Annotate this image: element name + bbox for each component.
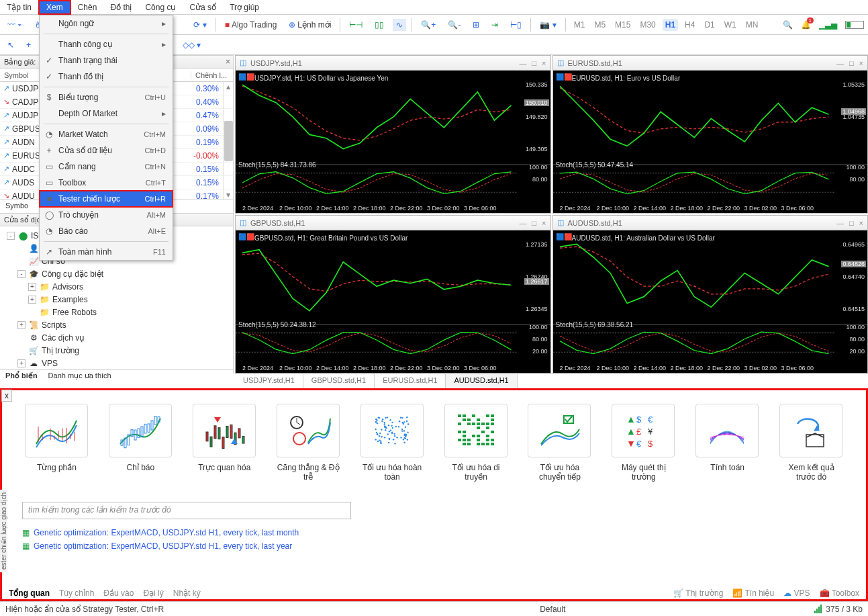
scroll-icon[interactable]: ⇥ xyxy=(488,19,501,31)
nav-item[interactable]: 🛒Thị trường xyxy=(0,344,233,357)
chart-canvas[interactable]: 🟦🟥 EURUSD.std, H1: Euro vs US Dollar 1.0… xyxy=(553,71,868,213)
minimize-icon[interactable]: — xyxy=(519,59,526,67)
market-watch-scrollbar[interactable]: ▴▾ xyxy=(223,82,233,200)
timeframe-M1[interactable]: M1 xyxy=(571,19,588,31)
tester-link[interactable]: 🧰 Toolbox xyxy=(820,588,859,598)
alert-icon[interactable]: 🔔1 xyxy=(801,20,811,30)
maximize-icon[interactable]: □ xyxy=(532,59,536,67)
search-icon[interactable]: 🔍 xyxy=(783,20,793,30)
camera-icon[interactable]: 📷 ▾ xyxy=(536,19,559,31)
nav-item[interactable]: +☁VPS xyxy=(0,357,233,369)
cursor-icon[interactable]: ↖ xyxy=(4,39,17,51)
new-order-button[interactable]: ⊕ Lệnh mới xyxy=(285,19,334,31)
nav-item[interactable]: 📁Free Robots xyxy=(0,306,233,318)
close-icon[interactable]: × xyxy=(542,59,546,67)
minimize-icon[interactable]: — xyxy=(836,59,844,67)
timeframe-D1[interactable]: D1 xyxy=(702,19,717,31)
menu-file[interactable]: Tập tin xyxy=(0,1,38,13)
history-row[interactable]: ▦Genetic optimization: ExpertMACD, USDJP… xyxy=(22,539,846,553)
close-icon[interactable]: × xyxy=(859,59,863,67)
line-icon[interactable]: ∿ xyxy=(393,19,406,31)
menu-help[interactable]: Trợ giúp xyxy=(223,1,266,13)
menu-item-toàn-màn-hình[interactable]: ↗Toàn màn hìnhF11 xyxy=(40,244,173,260)
market-watch-close-icon[interactable]: × xyxy=(226,57,230,67)
signal-icon[interactable]: ▁▃▅ xyxy=(819,20,837,30)
tester-link[interactable]: 📶 Tín hiệu xyxy=(732,588,774,598)
chart-canvas[interactable]: 🟦🟥 USDJPY.std, H1: US Dollar vs Japanese… xyxy=(236,71,550,213)
menu-chart[interactable]: Đồ thị xyxy=(103,1,138,13)
tester-tab[interactable]: Đại lý xyxy=(143,588,163,598)
crosshair-icon[interactable]: + xyxy=(23,39,34,51)
maximize-icon[interactable]: □ xyxy=(849,59,854,67)
nav-item[interactable]: +📁Advisors xyxy=(0,280,233,293)
zoom-out-icon[interactable]: 🔍- xyxy=(444,19,464,31)
menu-item-cẩm-nang[interactable]: ▭Cẩm nangCtrl+N xyxy=(40,159,173,175)
menu-item-toolbox[interactable]: ▭ToolboxCtrl+T xyxy=(40,175,173,191)
timeframe-M30[interactable]: M30 xyxy=(637,19,658,31)
menu-item-báo-cáo[interactable]: ◔Báo cáoAlt+E xyxy=(40,223,173,239)
col-change[interactable]: Chênh l... xyxy=(191,71,231,79)
timeframe-MN[interactable]: MN xyxy=(743,19,761,31)
menu-item-depth-of-market[interactable]: Depth Of Market▸ xyxy=(40,105,173,122)
chart-tab[interactable]: EURUSD.std,H1 xyxy=(375,374,446,388)
menu-view[interactable]: Xem xyxy=(38,0,71,15)
zoom-in-icon[interactable]: 🔍+ xyxy=(418,19,439,31)
chart-tab[interactable]: AUDUSD.std,H1 xyxy=(446,374,517,388)
menu-tools[interactable]: Công cụ xyxy=(138,1,183,13)
menu-item-trò-chuyện[interactable]: ◯Trò chuyệnAlt+M xyxy=(40,207,173,223)
tester-card[interactable]: ▲$€▲£¥▼€$Máy quét thị trường xyxy=(612,404,675,482)
tester-tab[interactable]: Đầu vào xyxy=(103,588,134,598)
close-icon[interactable]: × xyxy=(859,219,863,227)
chart-tab[interactable]: GBPUSD.std,H1 xyxy=(303,374,375,388)
menu-item-thanh-công-cụ[interactable]: Thanh công cụ▸ xyxy=(40,36,173,52)
candles-icon[interactable]: ▯▯ xyxy=(371,19,387,31)
minimize-icon[interactable]: — xyxy=(519,219,526,227)
menu-item-market-watch[interactable]: ◔Market WatchCtrl+M xyxy=(40,126,173,142)
tester-tab[interactable]: Nhật ký xyxy=(173,588,201,598)
tester-card[interactable]: Tối ưu hóa di truyền xyxy=(444,404,508,482)
tester-close-icon[interactable]: x xyxy=(1,390,12,402)
minimize-icon[interactable]: — xyxy=(836,219,844,227)
timeframe-W1[interactable]: W1 xyxy=(722,19,739,31)
menu-item-thanh-đồ-thị[interactable]: ✓Thanh đồ thị xyxy=(40,69,173,85)
tester-search-input[interactable]: tìm kiếm trong các lần kiểm tra trước đó xyxy=(22,502,351,519)
refresh-icon[interactable]: ⟳ ▾ xyxy=(190,19,209,31)
tester-card[interactable]: Tính toán xyxy=(695,404,759,482)
bars-icon[interactable]: ⊢⊣ xyxy=(346,19,366,31)
nav-item[interactable]: +📁Examples xyxy=(0,293,233,306)
tester-card[interactable]: Chỉ báo xyxy=(109,404,173,482)
objects-icon[interactable]: ◇◇ ▾ xyxy=(179,39,204,51)
history-row[interactable]: ▦Genetic optimization: ExpertMACD, USDJP… xyxy=(22,526,846,539)
menu-item-cửa-sổ-dữ-liệu[interactable]: +Cửa sổ dữ liệuCtrl+D xyxy=(40,142,173,159)
algo-trading-button[interactable]: ■ Algo Trading xyxy=(222,19,281,31)
menu-insert[interactable]: Chèn xyxy=(71,1,104,13)
tester-card[interactable]: Tối ưu hóa chuyển tiếp xyxy=(528,404,591,482)
timeframe-H4[interactable]: H4 xyxy=(682,19,697,31)
menu-window[interactable]: Cửa sổ xyxy=(183,1,223,13)
nav-tab-common[interactable]: Phổ biến xyxy=(0,370,43,383)
chart-tab[interactable]: USDJPY.std,H1 xyxy=(235,374,303,388)
close-icon[interactable]: × xyxy=(542,219,546,227)
nav-item[interactable]: +📜Scripts xyxy=(0,318,233,331)
tester-card[interactable]: Từng phần xyxy=(25,404,89,482)
chart-canvas[interactable]: 🟦🟥 AUDUSD.std, H1: Australian Dollar vs … xyxy=(553,230,868,373)
menu-item-biểu-tượng[interactable]: $Biểu tượngCtrl+U xyxy=(40,89,173,105)
menu-item-tester-chiến-lược[interactable]: ■Tester chiến lượcCtrl+R xyxy=(40,191,173,207)
chart-canvas[interactable]: 🟦🟥 GBPUSD.std, H1: Great Britain Pound v… xyxy=(236,230,550,373)
tester-tab[interactable]: Tùy chỉnh xyxy=(59,588,94,598)
tester-card[interactable]: Tối ưu hóa hoàn toàn xyxy=(360,404,424,482)
timeframe-M15[interactable]: M15 xyxy=(612,19,633,31)
tile-icon[interactable]: ⊞ xyxy=(469,19,483,31)
maximize-icon[interactable]: □ xyxy=(849,219,854,227)
timeframe-M5[interactable]: M5 xyxy=(591,19,608,31)
menu-item-thanh-trạng-thái[interactable]: ✓Thanh trạng thái xyxy=(40,52,173,69)
menu-item-ngôn-ngữ[interactable]: Ngôn ngữ▸ xyxy=(40,15,173,32)
tester-link[interactable]: 🛒 Thị trường xyxy=(673,588,723,598)
nav-item[interactable]: -🎓Công cụ đặc biệt xyxy=(0,267,233,280)
shift-icon[interactable]: ⊢▯ xyxy=(507,19,525,31)
tester-tab[interactable]: Tổng quan xyxy=(9,588,50,598)
tester-card[interactable]: Trực quan hóa xyxy=(193,404,256,482)
nav-tab-favorites[interactable]: Danh mục ưa thích xyxy=(43,370,117,383)
chart-line-icon[interactable]: 〰 ▾ xyxy=(4,19,25,31)
tester-card[interactable]: Căng thẳng & Độ trễ xyxy=(277,404,340,482)
